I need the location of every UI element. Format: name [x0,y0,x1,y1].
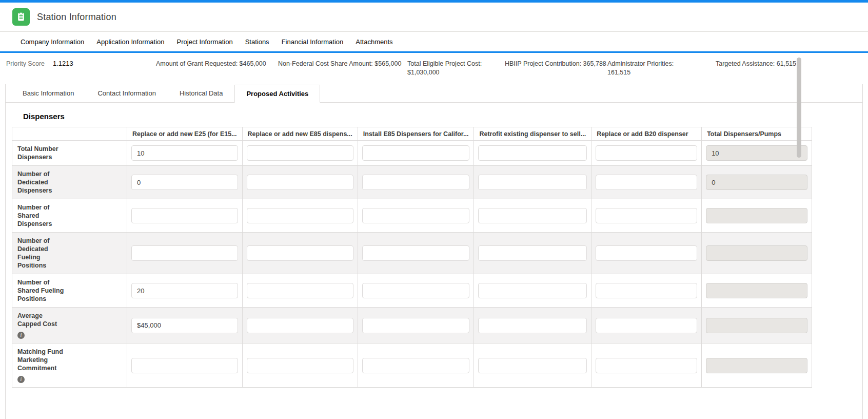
column-header: Install E85 Dispensers for Califor... [358,127,474,141]
dispensers-section: Dispensers Replace or add new E25 (for E… [6,103,862,394]
tab-company-information[interactable]: Company Information [21,38,84,46]
page-title: Station Information [37,12,116,23]
dispenser-input[interactable] [131,283,238,298]
row-label-cell: Number of Shared Fueling Positions [12,274,127,308]
row-label-cell: Number of Dedicated Dispensers [12,166,127,199]
row-label: Matching Fund Marketing Commitment [17,348,67,372]
main-tabs: Company InformationApplication Informati… [0,32,868,53]
dispenser-input[interactable] [247,208,353,223]
dispenser-input[interactable] [247,245,353,261]
dispenser-input[interactable] [131,358,238,373]
dispenser-input[interactable] [596,318,697,333]
dispenser-input[interactable] [478,145,587,161]
row-label-cell: Total Number Dispensers [12,141,127,166]
dispensers-table: Replace or add new E25 (for E15...Replac… [12,127,812,388]
info-icon[interactable]: i [17,376,25,383]
subtab-historical-data[interactable]: Historical Data [168,84,235,102]
summary-metric: Targeted Assistance: 61,515 [716,60,868,77]
total-readonly-input [706,358,807,373]
summary-metric: Amount of Grant Requested: $465,000 [156,60,278,77]
row-label: Total Number Dispensers [17,145,67,161]
summary-metric: Non-Federal Cost Share Amount: $565,000 [278,60,407,77]
dispenser-input[interactable] [478,208,587,223]
dispenser-input[interactable] [247,145,353,161]
subtab-proposed-activities[interactable]: Proposed Activities [234,85,320,103]
row-label-cell: Number of Dedicated Fueling Positions [12,233,127,274]
dispenser-input[interactable] [478,245,587,261]
summary-metric: Total Eligible Project Cost: $1,030,000 [407,60,505,77]
row-label: Number of Dedicated Dispensers [17,170,67,195]
dispenser-input[interactable] [131,208,238,223]
dispenser-input[interactable] [596,208,697,223]
table-row: Number of Shared Fueling Positions [12,274,812,308]
row-label-cell: Number of Shared Dispensers [12,199,127,233]
total-readonly-input [706,175,807,190]
dispenser-input[interactable] [478,283,587,298]
dispenser-input[interactable] [362,283,470,298]
row-label-cell: Matching Fund Marketing Commitmenti [12,344,127,388]
app-header: Station Information [0,3,868,32]
dispenser-input[interactable] [478,318,587,333]
vertical-scrollbar[interactable] [797,58,801,158]
summary-metrics: Amount of Grant Requested: $465,000Non-F… [150,60,868,77]
tab-application-information[interactable]: Application Information [96,38,164,46]
dispenser-input[interactable] [596,245,697,261]
dispenser-input[interactable] [362,318,470,333]
tab-financial-information[interactable]: Financial Information [282,38,344,46]
column-header: Replace or add B20 dispenser [591,127,702,141]
total-readonly-input [706,245,807,261]
table-header-row: Replace or add new E25 (for E15...Replac… [12,127,812,141]
dispenser-input[interactable] [247,283,353,298]
dispenser-input[interactable] [247,358,353,373]
dispenser-input[interactable] [131,245,238,261]
summary-metric: Administrator Priorities: 161,515 [607,60,692,77]
total-readonly-input [706,208,807,223]
tab-project-information[interactable]: Project Information [177,38,233,46]
priority-score: Priority Score 1.1213 [6,60,150,67]
dispenser-input[interactable] [362,145,470,161]
info-icon[interactable]: i [17,332,25,339]
dispenser-input[interactable] [362,208,470,223]
dispenser-input[interactable] [131,318,238,333]
table-row: Number of Dedicated Dispensers [12,166,812,199]
table-row: Number of Shared Dispensers [12,199,812,233]
column-header: Replace or add new E25 (for E15... [127,127,243,141]
total-readonly-input [706,145,807,161]
station-information-icon [12,8,30,26]
dispenser-input[interactable] [247,318,353,333]
total-readonly-input [706,318,807,333]
total-readonly-input [706,283,807,298]
table-row: Total Number Dispensers [12,141,812,166]
row-label: Number of Shared Fueling Positions [17,278,67,303]
column-header: Replace or add new E85 dispens... [242,127,358,141]
tab-stations[interactable]: Stations [245,38,269,46]
tab-attachments[interactable]: Attachments [356,38,392,46]
row-label: Number of Shared Dispensers [17,203,67,228]
empty-header-cell [12,127,127,141]
dispenser-input[interactable] [362,245,470,261]
table-row: Matching Fund Marketing Commitmenti [12,344,812,388]
dispenser-input[interactable] [362,358,470,373]
dispenser-input[interactable] [131,175,238,190]
dispenser-input[interactable] [596,358,697,373]
column-header: Total Dispensers/Pumps [702,127,812,141]
subtab-contact-information[interactable]: Contact Information [86,84,167,102]
priority-score-label: Priority Score [6,60,45,67]
dispenser-input[interactable] [362,175,470,190]
dispenser-input[interactable] [247,175,353,190]
dispenser-input[interactable] [478,175,587,190]
table-row: Number of Dedicated Fueling Positions [12,233,812,274]
row-label-cell: Average Capped Costi [12,308,127,344]
column-header: Retrofit existing dispenser to sell... [474,127,591,141]
row-label: Average Capped Cost [17,312,67,328]
dispenser-input[interactable] [596,175,697,190]
priority-score-value: 1.1213 [53,60,73,67]
dispenser-input[interactable] [596,145,697,161]
dispenser-input[interactable] [478,358,587,373]
row-label: Number of Dedicated Fueling Positions [17,237,67,270]
subtab-basic-information[interactable]: Basic Information [11,84,86,102]
table-row: Average Capped Costi [12,308,812,344]
section-title: Dispensers [23,112,856,121]
dispenser-input[interactable] [131,145,238,161]
dispenser-input[interactable] [596,283,697,298]
